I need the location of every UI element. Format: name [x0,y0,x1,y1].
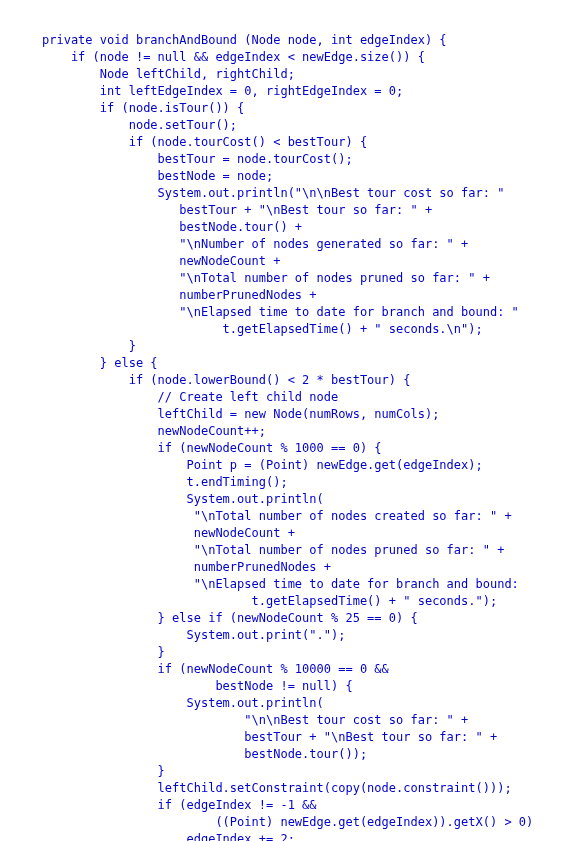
code-block: private void branchAndBound (Node node, … [0,0,561,841]
code-content: private void branchAndBound (Node node, … [42,33,533,841]
